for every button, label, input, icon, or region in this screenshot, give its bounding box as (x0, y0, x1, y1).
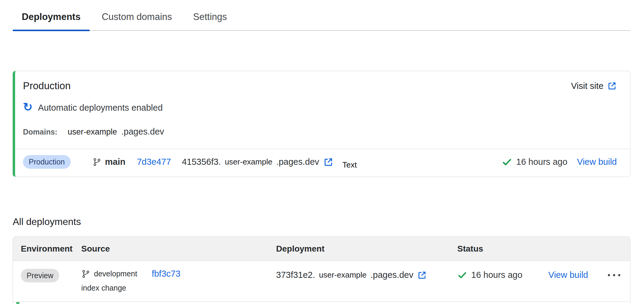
automatic-deployments-text: Automatic deployments enabled (38, 103, 163, 113)
domain-name: user-example (68, 127, 117, 137)
production-deployment-row: Production main 7d3e477 415356f3. user-e… (15, 149, 630, 177)
deployment-time: 16 hours ago (471, 270, 522, 280)
row-note-text: Text (343, 160, 357, 170)
domain-suffix: .pages.dev (121, 127, 164, 137)
deployment-cell: 373f31e2. user-example .pages.dev (268, 269, 449, 280)
success-check-icon (502, 157, 512, 167)
branch-name: main (105, 157, 126, 167)
deployment-url-prefix: 415356f3. (182, 157, 221, 167)
view-build-link[interactable]: View build (548, 270, 588, 280)
tab-bar: Deployments Custom domains Settings (13, 0, 630, 31)
deployment-url-suffix: .pages.dev (276, 157, 319, 167)
external-link-icon (417, 270, 427, 280)
external-link-icon (323, 157, 333, 167)
deployments-table: Environment Source Deployment Status Pre… (13, 236, 630, 301)
commit-message: index change (81, 284, 268, 292)
external-link-icon (607, 81, 617, 91)
deployment-url-link[interactable]: 415356f3. user-example .pages.dev (182, 157, 333, 167)
deployment-url-link[interactable]: 373f31e2. user-example .pages.dev (276, 269, 449, 280)
status-cell: 16 hours ago View build (449, 269, 630, 280)
refresh-icon: ↻ (23, 101, 33, 113)
visit-site-link[interactable]: Visit site (571, 81, 617, 91)
deployment-time: 16 hours ago (516, 157, 567, 167)
more-options-button[interactable] (607, 273, 621, 277)
all-deployments-heading: All deployments (13, 216, 644, 227)
domains-label: Domains: (23, 128, 57, 136)
production-accent-bar (16, 302, 19, 304)
branch-name: development (94, 269, 137, 278)
column-header-source: Source (73, 244, 268, 254)
environment-badge-preview: Preview (21, 269, 59, 282)
source-cell: development fbf3c73 index change (73, 269, 268, 292)
commit-link[interactable]: fbf3c73 (152, 269, 180, 279)
production-card: Production Visit site ↻ Automatic deploy… (13, 71, 630, 177)
next-row-partial (13, 301, 630, 304)
table-row: Preview development fbf3c73 index change (13, 261, 630, 301)
success-check-icon (457, 270, 467, 280)
deployments-table-header: Environment Source Deployment Status (13, 237, 630, 261)
deployment-url-suffix: .pages.dev (371, 270, 414, 280)
column-header-deployment: Deployment (268, 244, 449, 254)
git-branch-icon (92, 158, 101, 167)
git-branch-icon (81, 269, 90, 278)
tab-settings[interactable]: Settings (184, 7, 236, 30)
production-card-title: Production (23, 80, 71, 92)
environment-badge-production: Production (23, 155, 71, 169)
column-header-status: Status (449, 244, 630, 254)
deployment-url-prefix: 373f31e2. (276, 270, 315, 280)
commit-link[interactable]: 7d3e477 (137, 157, 171, 167)
view-build-link[interactable]: View build (577, 157, 617, 167)
tab-custom-domains[interactable]: Custom domains (93, 7, 181, 30)
tab-deployments[interactable]: Deployments (13, 7, 90, 30)
ellipsis-icon (607, 273, 621, 277)
column-header-environment: Environment (13, 244, 73, 254)
deployment-url-name: user-example (319, 270, 367, 280)
visit-site-label: Visit site (571, 81, 604, 91)
deployment-url-name: user-example (225, 157, 272, 167)
environment-cell: Preview (13, 269, 73, 282)
